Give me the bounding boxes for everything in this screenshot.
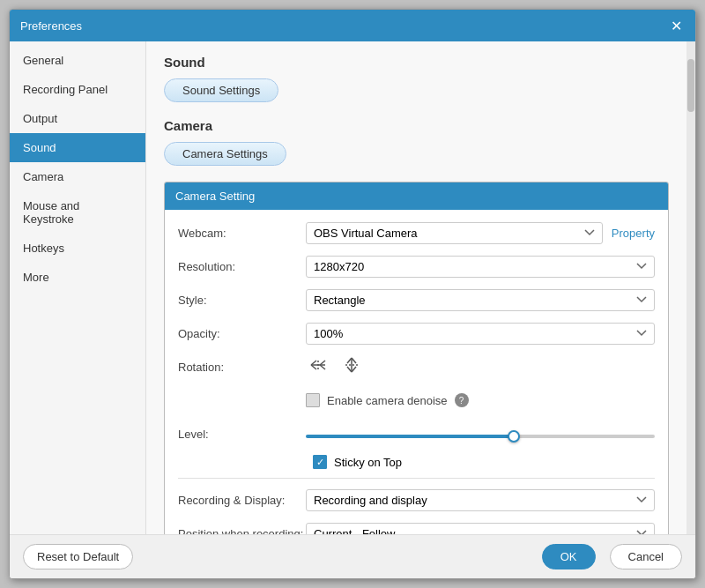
content-area: General Recording Panel Output Sound Cam…	[10, 41, 695, 534]
level-row: Level:	[178, 421, 655, 446]
scrollbar[interactable]	[686, 41, 695, 534]
sidebar-item-hotkeys[interactable]: Hotkeys	[10, 234, 145, 263]
resolution-select[interactable]: 1280x720 1920x1080 640x480	[306, 256, 655, 278]
rotation-flip-v-button[interactable]	[339, 354, 364, 379]
sidebar-item-recording-panel[interactable]: Recording Panel	[10, 75, 145, 104]
reset-to-default-button[interactable]: Reset to Default	[23, 544, 133, 569]
webcam-control: OBS Virtual Camera Default Camera No Cam…	[306, 222, 655, 244]
opacity-row: Opacity: 100% 90% 80%	[178, 321, 655, 346]
camera-settings-header: Camera Setting	[165, 182, 668, 210]
recording-display-control: Recording and display Recording only Dis…	[306, 489, 655, 511]
property-link[interactable]: Property	[612, 227, 655, 240]
camera-section-title: Camera	[164, 118, 669, 133]
level-slider[interactable]	[306, 435, 655, 438]
window-title: Preferences	[20, 19, 82, 33]
resolution-row: Resolution: 1280x720 1920x1080 640x480	[178, 254, 655, 279]
main-content: Sound Sound Settings Camera Camera Setti…	[146, 41, 686, 534]
recording-display-row: Recording & Display: Recording and displ…	[178, 488, 655, 512]
position-select[interactable]: Current - Follow Top Left Top Right Bott…	[306, 523, 655, 535]
denoise-row: Enable camera denoise ?	[178, 388, 655, 413]
resolution-control: 1280x720 1920x1080 640x480	[306, 256, 655, 278]
style-label: Style:	[178, 294, 306, 307]
window-bottom-bar: Reset to Default OK Cancel	[10, 534, 695, 578]
close-button[interactable]: ✕	[667, 17, 685, 34]
opacity-select[interactable]: 100% 90% 80%	[306, 323, 655, 345]
denoise-help-icon[interactable]: ?	[455, 393, 469, 407]
window-ok-button[interactable]: OK	[542, 544, 596, 569]
level-control	[306, 428, 655, 441]
sidebar-item-mouse-keystroke[interactable]: Mouse and Keystroke	[10, 191, 145, 234]
sound-settings-button[interactable]: Sound Settings	[164, 78, 278, 102]
camera-settings-panel: Camera Setting Webcam: OBS Virtual Camer…	[164, 182, 669, 534]
recording-display-label: Recording & Display:	[178, 494, 306, 507]
scrollbar-thumb[interactable]	[687, 59, 694, 112]
sidebar: General Recording Panel Output Sound Cam…	[10, 41, 146, 534]
camera-settings-wrap: Camera Settings	[164, 142, 669, 166]
sidebar-item-output[interactable]: Output	[10, 104, 145, 133]
sidebar-item-sound[interactable]: Sound	[10, 133, 145, 162]
sidebar-item-camera[interactable]: Camera	[10, 162, 145, 191]
resolution-label: Resolution:	[178, 260, 306, 273]
camera-settings-button[interactable]: Camera Settings	[164, 142, 286, 166]
denoise-checkbox[interactable]	[306, 393, 320, 407]
sound-section-title: Sound	[164, 55, 669, 70]
sidebar-item-general[interactable]: General	[10, 46, 145, 75]
divider	[178, 478, 655, 479]
preferences-window: Preferences ✕ General Recording Panel Ou…	[9, 9, 696, 579]
rotation-flip-h-button[interactable]	[306, 356, 330, 377]
recording-display-select[interactable]: Recording and display Recording only Dis…	[306, 489, 655, 511]
style-row: Style: Rectangle Circle Square	[178, 287, 655, 312]
rotation-row: Rotation:	[178, 354, 655, 379]
webcam-row: Webcam: OBS Virtual Camera Default Camer…	[178, 220, 655, 245]
webcam-select[interactable]: OBS Virtual Camera Default Camera No Cam…	[306, 222, 603, 244]
title-bar: Preferences ✕	[10, 10, 695, 41]
rotation-label: Rotation:	[178, 361, 306, 374]
sidebar-item-more[interactable]: More	[10, 263, 145, 292]
webcam-label: Webcam:	[178, 227, 306, 240]
position-control: Current - Follow Top Left Top Right Bott…	[306, 523, 655, 535]
opacity-label: Opacity:	[178, 327, 306, 340]
sound-settings-wrap: Sound Settings	[164, 78, 669, 102]
opacity-control: 100% 90% 80%	[306, 323, 655, 345]
position-label: Position when recording:	[178, 527, 306, 535]
rotation-control	[306, 354, 655, 379]
window-bottom-right-buttons: OK Cancel	[542, 544, 682, 569]
camera-settings-body: Webcam: OBS Virtual Camera Default Camer…	[165, 210, 668, 534]
sticky-checkbox[interactable]	[313, 455, 327, 469]
sticky-label: Sticky on Top	[334, 456, 402, 469]
denoise-label: Enable camera denoise	[327, 394, 448, 407]
style-select[interactable]: Rectangle Circle Square	[306, 289, 655, 311]
position-row: Position when recording: Current - Follo…	[178, 521, 655, 534]
style-control: Rectangle Circle Square	[306, 289, 655, 311]
window-cancel-button[interactable]: Cancel	[610, 544, 682, 569]
denoise-control: Enable camera denoise ?	[306, 393, 655, 407]
level-label: Level:	[178, 428, 306, 441]
main-inner: Sound Sound Settings Camera Camera Setti…	[146, 41, 686, 534]
sticky-row: Sticky on Top	[178, 455, 655, 469]
